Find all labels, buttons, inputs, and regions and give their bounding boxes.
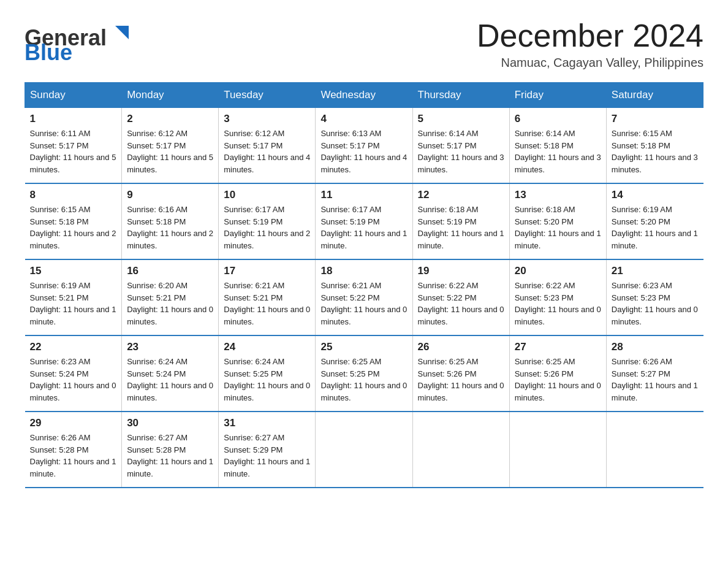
daylight-label: Daylight: 11 hours and 4 minutes. [224, 153, 310, 174]
day-number: 27 [515, 341, 601, 353]
day-info: Sunrise: 6:20 AM Sunset: 5:21 PM Dayligh… [127, 280, 213, 327]
day-number: 7 [612, 113, 699, 125]
sunrise-label: Sunrise: 6:24 AM [127, 357, 188, 366]
day-info: Sunrise: 6:18 AM Sunset: 5:20 PM Dayligh… [515, 204, 601, 251]
calendar-week-5: 29 Sunrise: 6:26 AM Sunset: 5:28 PM Dayl… [25, 412, 703, 488]
day-number: 6 [515, 113, 601, 125]
calendar-cell [412, 412, 509, 488]
calendar-cell: 11 Sunrise: 6:17 AM Sunset: 5:19 PM Dayl… [316, 183, 412, 259]
daylight-label: Daylight: 11 hours and 3 minutes. [418, 153, 504, 174]
header-tuesday: Tuesday [219, 83, 316, 108]
day-info: Sunrise: 6:21 AM Sunset: 5:21 PM Dayligh… [224, 280, 310, 327]
calendar-cell: 2 Sunrise: 6:12 AM Sunset: 5:17 PM Dayli… [122, 108, 219, 184]
daylight-label: Daylight: 11 hours and 0 minutes. [127, 381, 213, 402]
day-number: 18 [320, 265, 407, 277]
sunrise-label: Sunrise: 6:25 AM [320, 357, 381, 366]
calendar-cell [606, 412, 703, 488]
daylight-label: Daylight: 11 hours and 5 minutes. [30, 153, 116, 174]
day-info: Sunrise: 6:16 AM Sunset: 5:18 PM Dayligh… [127, 204, 213, 251]
sunrise-label: Sunrise: 6:12 AM [224, 129, 284, 138]
day-info: Sunrise: 6:24 AM Sunset: 5:25 PM Dayligh… [224, 356, 310, 404]
calendar-cell: 24 Sunrise: 6:24 AM Sunset: 5:25 PM Dayl… [219, 335, 316, 412]
day-info: Sunrise: 6:12 AM Sunset: 5:17 PM Dayligh… [224, 128, 310, 175]
month-title: December 2024 [477, 18, 703, 53]
calendar-cell: 12 Sunrise: 6:18 AM Sunset: 5:19 PM Dayl… [412, 183, 509, 259]
sunset-label: Sunset: 5:22 PM [320, 293, 379, 302]
day-number: 11 [320, 189, 407, 201]
daylight-label: Daylight: 11 hours and 3 minutes. [515, 153, 601, 174]
day-info: Sunrise: 6:14 AM Sunset: 5:18 PM Dayligh… [515, 128, 601, 175]
calendar-cell: 4 Sunrise: 6:13 AM Sunset: 5:17 PM Dayli… [316, 108, 412, 184]
calendar-cell: 8 Sunrise: 6:15 AM Sunset: 5:18 PM Dayli… [25, 183, 122, 259]
day-info: Sunrise: 6:18 AM Sunset: 5:19 PM Dayligh… [418, 204, 504, 251]
day-info: Sunrise: 6:13 AM Sunset: 5:17 PM Dayligh… [320, 128, 407, 175]
day-info: Sunrise: 6:25 AM Sunset: 5:25 PM Dayligh… [320, 356, 407, 404]
calendar-cell: 29 Sunrise: 6:26 AM Sunset: 5:28 PM Dayl… [25, 412, 122, 488]
sunrise-label: Sunrise: 6:22 AM [515, 281, 575, 290]
day-number: 4 [320, 113, 407, 125]
calendar-week-2: 8 Sunrise: 6:15 AM Sunset: 5:18 PM Dayli… [25, 183, 703, 259]
day-number: 23 [127, 341, 213, 353]
sunset-label: Sunset: 5:25 PM [320, 369, 379, 378]
sunset-label: Sunset: 5:26 PM [418, 369, 477, 378]
daylight-label: Daylight: 11 hours and 0 minutes. [224, 381, 310, 402]
day-info: Sunrise: 6:14 AM Sunset: 5:17 PM Dayligh… [418, 128, 504, 175]
daylight-label: Daylight: 11 hours and 1 minute. [612, 229, 698, 250]
daylight-label: Daylight: 11 hours and 0 minutes. [418, 305, 504, 326]
daylight-label: Daylight: 11 hours and 0 minutes. [30, 381, 116, 402]
daylight-label: Daylight: 11 hours and 0 minutes. [320, 381, 407, 402]
sunrise-label: Sunrise: 6:17 AM [224, 205, 284, 214]
daylight-label: Daylight: 11 hours and 1 minute. [127, 457, 213, 478]
sunrise-label: Sunrise: 6:18 AM [418, 205, 479, 214]
sunset-label: Sunset: 5:19 PM [224, 217, 282, 226]
sunset-label: Sunset: 5:19 PM [320, 217, 379, 226]
day-number: 19 [418, 265, 504, 277]
sunrise-label: Sunrise: 6:20 AM [127, 281, 188, 290]
calendar-cell: 10 Sunrise: 6:17 AM Sunset: 5:19 PM Dayl… [219, 183, 316, 259]
calendar-cell [316, 412, 412, 488]
calendar-cell: 21 Sunrise: 6:23 AM Sunset: 5:23 PM Dayl… [606, 259, 703, 335]
day-number: 13 [515, 189, 601, 201]
sunset-label: Sunset: 5:18 PM [612, 141, 670, 150]
day-number: 21 [612, 265, 699, 277]
day-number: 29 [30, 417, 117, 429]
sunset-label: Sunset: 5:17 PM [418, 141, 477, 150]
daylight-label: Daylight: 11 hours and 1 minute. [515, 229, 601, 250]
svg-marker-1 [115, 26, 129, 39]
sunrise-label: Sunrise: 6:13 AM [320, 129, 381, 138]
day-number: 15 [30, 265, 117, 277]
calendar-cell: 23 Sunrise: 6:24 AM Sunset: 5:24 PM Dayl… [122, 335, 219, 412]
day-info: Sunrise: 6:23 AM Sunset: 5:23 PM Dayligh… [612, 280, 699, 327]
day-number: 25 [320, 341, 407, 353]
day-number: 12 [418, 189, 504, 201]
calendar-cell: 28 Sunrise: 6:26 AM Sunset: 5:27 PM Dayl… [606, 335, 703, 412]
calendar-cell [509, 412, 606, 488]
day-number: 30 [127, 417, 213, 429]
sunrise-label: Sunrise: 6:25 AM [515, 357, 575, 366]
calendar-cell: 31 Sunrise: 6:27 AM Sunset: 5:29 PM Dayl… [219, 412, 316, 488]
sunrise-label: Sunrise: 6:19 AM [612, 205, 672, 214]
sunrise-label: Sunrise: 6:12 AM [127, 129, 188, 138]
sunset-label: Sunset: 5:28 PM [127, 445, 186, 454]
sunset-label: Sunset: 5:21 PM [127, 293, 186, 302]
calendar-week-3: 15 Sunrise: 6:19 AM Sunset: 5:21 PM Dayl… [25, 259, 703, 335]
sunrise-label: Sunrise: 6:19 AM [30, 281, 91, 290]
day-info: Sunrise: 6:24 AM Sunset: 5:24 PM Dayligh… [127, 356, 213, 404]
daylight-label: Daylight: 11 hours and 1 minute. [30, 457, 116, 478]
daylight-label: Daylight: 11 hours and 2 minutes. [30, 229, 116, 250]
sunrise-label: Sunrise: 6:21 AM [224, 281, 284, 290]
calendar-cell: 25 Sunrise: 6:25 AM Sunset: 5:25 PM Dayl… [316, 335, 412, 412]
calendar-cell: 16 Sunrise: 6:20 AM Sunset: 5:21 PM Dayl… [122, 259, 219, 335]
calendar-header-row: SundayMondayTuesdayWednesdayThursdayFrid… [25, 83, 703, 108]
daylight-label: Daylight: 11 hours and 1 minute. [612, 381, 698, 402]
day-number: 31 [224, 417, 310, 429]
day-number: 9 [127, 189, 213, 201]
sunrise-label: Sunrise: 6:23 AM [612, 281, 672, 290]
daylight-label: Daylight: 11 hours and 0 minutes. [224, 305, 310, 326]
sunrise-label: Sunrise: 6:27 AM [127, 433, 188, 442]
calendar-week-1: 1 Sunrise: 6:11 AM Sunset: 5:17 PM Dayli… [25, 108, 703, 184]
sunset-label: Sunset: 5:18 PM [515, 141, 574, 150]
logo: General Blue [25, 18, 147, 64]
calendar-cell: 26 Sunrise: 6:25 AM Sunset: 5:26 PM Dayl… [412, 335, 509, 412]
title-area: December 2024 Namuac, Cagayan Valley, Ph… [477, 18, 703, 70]
